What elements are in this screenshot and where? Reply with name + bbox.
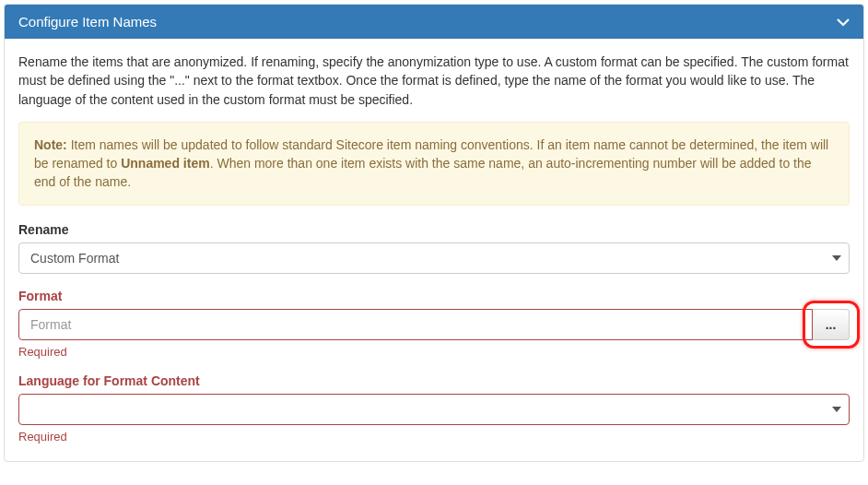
chevron-down-icon: [837, 15, 850, 30]
language-select[interactable]: [18, 394, 850, 425]
format-group: Format ... Required: [18, 289, 850, 359]
format-input-group: ...: [18, 309, 850, 340]
panel-title: Configure Item Names: [18, 14, 157, 30]
format-input[interactable]: [18, 309, 813, 340]
language-label: Language for Format Content: [18, 373, 850, 388]
note-unnamed-item: Unnamed item: [121, 156, 209, 171]
format-browse-button[interactable]: ...: [813, 309, 850, 340]
intro-text: Rename the items that are anonymized. If…: [18, 53, 850, 109]
rename-select[interactable]: Custom Format: [18, 243, 850, 274]
rename-group: Rename Custom Format: [18, 222, 850, 274]
panel-body: Rename the items that are anonymized. If…: [5, 39, 863, 461]
note-label: Note:: [34, 137, 67, 152]
language-required-text: Required: [18, 430, 850, 444]
panel-header[interactable]: Configure Item Names: [5, 5, 863, 39]
language-group: Language for Format Content Required: [18, 373, 850, 444]
note-box: Note: Item names will be updated to foll…: [18, 122, 850, 206]
rename-label: Rename: [18, 222, 850, 237]
format-required-text: Required: [18, 345, 850, 359]
format-label: Format: [18, 289, 850, 303]
configure-item-names-panel: Configure Item Names Rename the items th…: [4, 4, 864, 462]
